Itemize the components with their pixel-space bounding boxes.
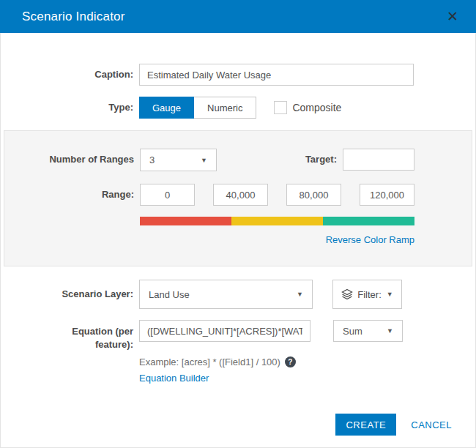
caption-input[interactable]	[139, 64, 414, 86]
type-row: Type: Gauge Numeric Composite	[0, 97, 476, 119]
range-input-4[interactable]	[360, 184, 414, 206]
ramp-segment-green	[323, 217, 414, 225]
help-icon[interactable]: ?	[285, 356, 296, 367]
range-input-3[interactable]	[286, 184, 341, 206]
cancel-button[interactable]: CANCEL	[411, 419, 452, 430]
layers-icon	[341, 288, 353, 300]
color-ramp-row	[4, 217, 472, 225]
ramp-segment-red	[140, 217, 231, 225]
caret-down-icon: ▼	[201, 157, 207, 164]
equation-row: Equation (per feature): Sum ▼	[0, 320, 476, 351]
reverse-color-ramp-link[interactable]: Reverse Color Ramp	[326, 234, 414, 245]
composite-label: Composite	[292, 102, 341, 113]
close-icon[interactable]: ✕	[442, 7, 463, 26]
equation-builder-row: Equation Builder	[139, 373, 476, 384]
composite-checkbox[interactable]	[274, 101, 287, 114]
filter-label: Filter:	[357, 289, 382, 300]
number-of-ranges-row: Number of Ranges 3 ▼ Target:	[4, 149, 472, 171]
dialog-header: Scenario Indicator ✕	[0, 0, 476, 33]
type-option-gauge[interactable]: Gauge	[139, 97, 194, 119]
caret-down-icon: ▼	[387, 327, 393, 335]
target-input[interactable]	[343, 149, 414, 171]
range-label: Range:	[4, 184, 134, 200]
target-label: Target:	[305, 149, 337, 165]
range-row: Range:	[4, 184, 472, 206]
filter-button[interactable]: Filter: ▼	[332, 280, 402, 309]
type-toggle-group: Gauge Numeric	[139, 97, 256, 119]
dialog-title: Scenario Indicator	[22, 10, 442, 24]
reverse-color-ramp-row: Reverse Color Ramp	[4, 234, 472, 245]
equation-builder-link[interactable]: Equation Builder	[139, 373, 209, 384]
equation-label: Equation (per feature):	[0, 320, 133, 351]
scenario-layer-label: Scenario Layer:	[0, 280, 133, 299]
number-of-ranges-value: 3	[149, 154, 155, 165]
equation-input[interactable]	[139, 320, 310, 342]
color-ramp	[140, 217, 414, 225]
scenario-layer-row: Scenario Layer: Land Use ▼ Filter: ▼	[0, 280, 476, 309]
caret-down-icon: ▼	[297, 291, 303, 298]
number-of-ranges-select[interactable]: 3 ▼	[140, 149, 217, 171]
dialog-footer: CREATE CANCEL	[335, 414, 452, 436]
number-of-ranges-label: Number of Ranges	[4, 149, 134, 165]
aggregation-value: Sum	[343, 326, 362, 337]
scenario-indicator-dialog: Scenario Indicator ✕ Caption: Type: Gaug…	[0, 0, 476, 448]
create-button[interactable]: CREATE	[335, 414, 396, 436]
caret-down-icon: ▼	[387, 291, 393, 298]
aggregation-select[interactable]: Sum ▼	[333, 320, 403, 342]
range-input-2[interactable]	[213, 184, 268, 206]
ranges-panel: Number of Ranges 3 ▼ Target: Range:	[4, 130, 472, 266]
scenario-layer-select[interactable]: Land Use ▼	[139, 280, 313, 309]
equation-example-text: Example: [acres] * ([Field1] / 100)	[139, 356, 280, 367]
caption-label: Caption:	[0, 64, 133, 80]
ramp-segment-yellow	[231, 217, 323, 225]
equation-example-row: Example: [acres] * ([Field1] / 100) ?	[139, 356, 476, 367]
range-input-1[interactable]	[140, 184, 195, 206]
type-label: Type:	[0, 97, 133, 113]
caption-row: Caption:	[0, 64, 476, 86]
scenario-layer-value: Land Use	[149, 289, 190, 300]
type-option-numeric[interactable]: Numeric	[194, 97, 256, 118]
